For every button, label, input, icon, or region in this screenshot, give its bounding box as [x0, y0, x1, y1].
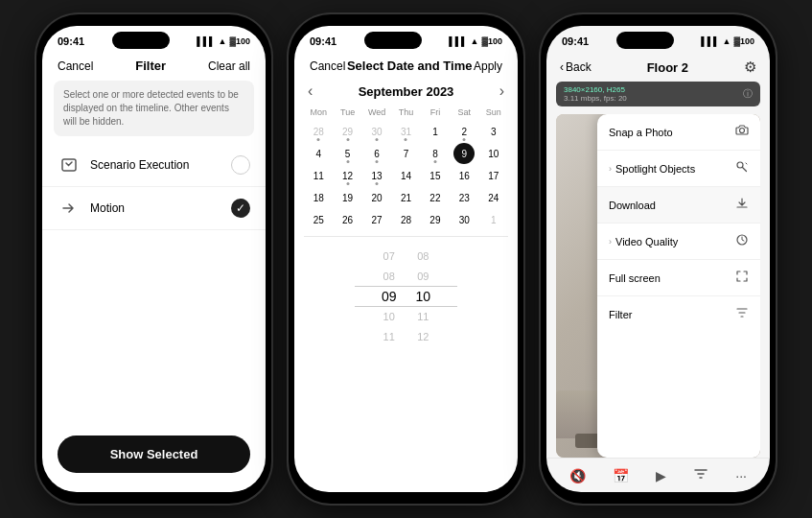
calendar-day[interactable]: 5: [333, 143, 361, 164]
day[interactable]: 1: [489, 209, 499, 230]
fullscreen-menu-item[interactable]: Full screen: [597, 260, 760, 296]
calendar-day[interactable]: 6: [362, 143, 391, 164]
calendar-day[interactable]: 15: [421, 165, 450, 186]
calendar-day[interactable]: 31: [391, 121, 420, 142]
calendar-day[interactable]: 4: [304, 143, 333, 164]
day[interactable]: 15: [428, 165, 442, 186]
download-menu-item[interactable]: Download: [597, 187, 760, 224]
play-button[interactable]: ▶: [656, 468, 666, 483]
calendar-day[interactable]: 29: [333, 121, 361, 142]
day[interactable]: 14: [399, 165, 413, 186]
list-item[interactable]: Scenario Execution: [42, 144, 266, 187]
day[interactable]: 16: [457, 165, 472, 186]
calendar-day[interactable]: 8: [421, 143, 450, 164]
day[interactable]: 22: [428, 187, 442, 208]
day[interactable]: 23: [457, 187, 472, 208]
back-button[interactable]: ‹ Back: [560, 60, 592, 74]
cancel-button[interactable]: Cancel: [58, 59, 93, 73]
prev-month-button[interactable]: ‹: [308, 82, 313, 100]
day[interactable]: 29: [428, 209, 442, 230]
hour-item-selected[interactable]: 09: [382, 287, 397, 306]
calendar-day[interactable]: 7: [391, 143, 420, 164]
list-item[interactable]: Motion ✓: [42, 187, 266, 230]
calendar-day[interactable]: 10: [479, 143, 508, 164]
minute-item[interactable]: 12: [417, 327, 429, 346]
day[interactable]: 24: [486, 187, 500, 208]
more-button[interactable]: ···: [735, 468, 747, 483]
time-picker[interactable]: 07 08 09 10 11 08 09 10 11 12: [304, 243, 508, 350]
calendar-day[interactable]: 11: [304, 165, 333, 186]
minute-item[interactable]: 08: [417, 247, 429, 266]
day[interactable]: 11: [312, 165, 326, 186]
calendar-button[interactable]: 📅: [613, 468, 629, 483]
calendar-day[interactable]: 20: [362, 187, 391, 208]
minute-item[interactable]: 11: [417, 307, 429, 326]
calendar-day[interactable]: 29: [421, 209, 450, 230]
snap-photo-menu-item[interactable]: Snap a Photo: [597, 114, 760, 151]
calendar-day[interactable]: 2: [450, 121, 478, 142]
event-dot: [376, 138, 379, 141]
show-selected-button[interactable]: Show Selected: [58, 436, 250, 473]
calendar-day[interactable]: 13: [362, 165, 391, 186]
calendar-day[interactable]: 24: [479, 187, 508, 208]
day[interactable]: 3: [489, 121, 499, 142]
calendar-day[interactable]: 22: [421, 187, 450, 208]
calendar-day[interactable]: 30: [450, 209, 478, 230]
calendar-day[interactable]: 1: [421, 121, 450, 142]
day[interactable]: 26: [340, 209, 355, 230]
calendar-day[interactable]: 9: [450, 143, 478, 164]
hour-item[interactable]: 11: [383, 327, 395, 346]
clear-all-button[interactable]: Clear all: [208, 59, 250, 73]
minute-item-selected[interactable]: 10: [416, 287, 431, 306]
next-month-button[interactable]: ›: [499, 82, 504, 100]
filter-toolbar-button[interactable]: [693, 466, 708, 484]
info-icon[interactable]: ⓘ: [743, 87, 753, 101]
day[interactable]: 4: [313, 143, 323, 164]
day[interactable]: 7: [402, 143, 411, 164]
calendar-day[interactable]: 3: [479, 121, 508, 142]
calendar-day[interactable]: 18: [304, 187, 333, 208]
calendar-day[interactable]: 21: [391, 187, 420, 208]
scenario-radio[interactable]: [231, 155, 250, 175]
calendar-day[interactable]: 23: [450, 187, 478, 208]
day[interactable]: 18: [312, 187, 326, 208]
day[interactable]: 27: [370, 209, 384, 230]
calendar-day[interactable]: 28: [391, 209, 420, 230]
scenario-icon: [58, 153, 81, 177]
day[interactable]: 10: [486, 143, 500, 164]
minute-column[interactable]: 08 09 10 11 12: [416, 247, 431, 346]
calendar-day[interactable]: 27: [362, 209, 391, 230]
calendar-day[interactable]: 12: [333, 165, 361, 186]
hour-column[interactable]: 07 08 09 10 11: [382, 247, 397, 346]
calendar-cancel-button[interactable]: Cancel: [310, 59, 345, 73]
filter-menu-item[interactable]: Filter: [597, 296, 760, 332]
calendar-day[interactable]: 28: [304, 121, 333, 142]
day[interactable]: 20: [370, 187, 384, 208]
mute-button[interactable]: 🔇: [569, 468, 586, 483]
video-quality-menu-item[interactable]: › Video Quality: [597, 224, 760, 260]
selected-day[interactable]: 9: [453, 143, 475, 164]
calendar-day[interactable]: 17: [479, 165, 508, 186]
calendar-day[interactable]: 19: [333, 187, 361, 208]
day[interactable]: 17: [486, 165, 500, 186]
calendar-day[interactable]: 1: [479, 209, 508, 230]
calendar-day[interactable]: 14: [391, 165, 420, 186]
calendar-day[interactable]: 16: [450, 165, 478, 186]
calendar-day[interactable]: 30: [362, 121, 391, 142]
day[interactable]: 25: [312, 209, 326, 230]
spotlight-objects-menu-item[interactable]: › Spotlight Objects: [597, 151, 760, 187]
settings-icon[interactable]: ⚙: [744, 59, 756, 76]
day[interactable]: 1: [430, 121, 440, 142]
hour-item[interactable]: 08: [383, 267, 395, 286]
day[interactable]: 19: [340, 187, 355, 208]
day[interactable]: 21: [399, 187, 413, 208]
day[interactable]: 28: [399, 209, 413, 230]
calendar-day[interactable]: 26: [333, 209, 361, 230]
day[interactable]: 30: [457, 209, 472, 230]
minute-item[interactable]: 09: [417, 267, 429, 286]
hour-item[interactable]: 10: [383, 307, 395, 326]
apply-button[interactable]: Apply: [474, 59, 502, 73]
calendar-day[interactable]: 25: [304, 209, 333, 230]
motion-check[interactable]: ✓: [231, 199, 250, 218]
hour-item[interactable]: 07: [383, 247, 395, 266]
